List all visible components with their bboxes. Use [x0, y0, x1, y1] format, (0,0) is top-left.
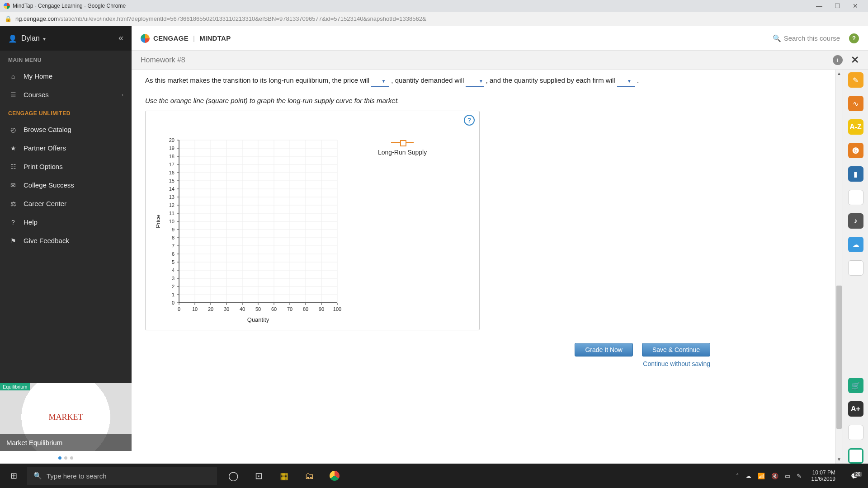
close-assignment-button[interactable]: ✕	[851, 54, 859, 66]
google-drive-icon[interactable]: △	[848, 260, 863, 276]
print-icon: ☷	[8, 163, 18, 170]
start-button[interactable]: ⊞	[0, 471, 27, 481]
cortana-icon[interactable]: ◯	[222, 464, 245, 488]
dropdown-quantity-supplied[interactable]	[617, 74, 635, 87]
sidebar-item-label: Courses	[24, 91, 49, 99]
svg-text:19: 19	[169, 145, 175, 151]
graph-legend[interactable]: Long-Run Supply	[378, 140, 427, 156]
svg-text:14: 14	[169, 186, 175, 192]
list-icon[interactable]: ≡	[848, 425, 863, 440]
chrome-addressbar[interactable]: 🔒 ng.cengage.com/static/nb/ui/evo/index.…	[0, 12, 868, 26]
sidebar-user[interactable]: 👤 Dylan «	[0, 26, 132, 51]
sidebar-username: Dylan	[21, 34, 46, 42]
window-minimize[interactable]: —	[810, 2, 828, 9]
course-search[interactable]: 🔍 Search this course	[773, 34, 840, 42]
sidebar-collapse-icon[interactable]: «	[118, 33, 123, 43]
tray-input-icon[interactable]: ✎	[797, 473, 802, 479]
graph-help-button[interactable]: ?	[464, 115, 475, 126]
info-button[interactable]: i	[833, 55, 843, 65]
sidebar-item-help[interactable]: ?Help	[0, 213, 132, 231]
sidebar-item-label: Help	[24, 218, 38, 226]
content-scrollbar[interactable]: ▲ ▼	[835, 70, 843, 464]
continue-without-saving-link[interactable]: Continue without saving	[643, 360, 710, 367]
sidebar-item-partner-offers[interactable]: ★Partner Offers	[0, 139, 132, 157]
rss-icon[interactable]: ∿	[848, 96, 863, 111]
save-continue-button[interactable]: Save & Continue	[642, 343, 710, 357]
lock-icon: 🔒	[5, 15, 12, 22]
svg-text:3: 3	[172, 276, 175, 281]
taskbar-search[interactable]: 🔍 Type here to search	[27, 467, 217, 485]
window-maximize[interactable]: ☐	[828, 2, 846, 9]
cloud-icon[interactable]: ☁	[848, 237, 863, 252]
sidebar-item-label: Give Feedback	[24, 237, 69, 244]
chrome-titlebar: MindTap - Cengage Learning - Google Chro…	[0, 0, 868, 12]
help-icon: ?	[8, 219, 18, 226]
tray-battery-icon[interactable]: ▭	[785, 473, 790, 479]
star-icon: ★	[8, 145, 18, 152]
file-explorer-icon[interactable]: 🗂	[297, 464, 321, 488]
grade-icon[interactable]: A+	[848, 401, 863, 417]
assignment-content: As this market makes the transition to i…	[132, 70, 835, 464]
grade-it-now-button[interactable]: Grade It Now	[575, 343, 632, 357]
tray-volume-icon[interactable]: 🔇	[771, 473, 778, 479]
progress-ring-icon[interactable]	[848, 448, 863, 464]
catalog-icon: ◴	[8, 126, 18, 133]
right-toolbar: ✎ ∿ A-Z ➏ ▮ ✎ ♪ ☁ △ 🛒 A+ ≡	[843, 70, 868, 464]
tray-chevron-icon[interactable]: ˄	[736, 473, 739, 479]
dropdown-quantity-demanded[interactable]	[466, 74, 484, 87]
sidebar-item-career-center[interactable]: ⚖Career Center	[0, 194, 132, 213]
sidebar-item-college-success[interactable]: ✉College Success	[0, 176, 132, 194]
windows-taskbar: ⊞ 🔍 Type here to search ◯ ⊡ ▦ 🗂 ˄ ☁ 📶 🔇 …	[0, 464, 868, 488]
sidebar-promo[interactable]: Equilibrium MARKET Market Equilibrium	[0, 383, 132, 451]
grad-cap-icon: ✉	[8, 182, 18, 189]
chrome-taskbar-icon[interactable]	[323, 464, 346, 488]
tray-wifi-icon[interactable]: 📶	[758, 473, 765, 479]
audio-icon[interactable]: ♪	[848, 213, 863, 229]
window-close[interactable]: ✕	[846, 2, 864, 9]
notes-icon[interactable]: ✎	[848, 190, 863, 205]
sidebar-item-courses[interactable]: ☰ Courses ›	[0, 85, 132, 104]
taskbar-app-1[interactable]: ▦	[272, 464, 296, 488]
svg-text:18: 18	[169, 154, 175, 159]
scroll-down-arrow-icon[interactable]: ▼	[835, 455, 843, 464]
svg-text:2: 2	[172, 284, 175, 289]
sidebar-item-give-feedback[interactable]: ⚑Give Feedback	[0, 231, 132, 250]
study-tool-icon[interactable]: ➏	[848, 143, 863, 158]
svg-text:20: 20	[169, 137, 175, 143]
question-sentence: As this market makes the transition to i…	[145, 74, 821, 87]
highlighter-tool-icon[interactable]: ✎	[848, 72, 863, 88]
svg-text:4: 4	[172, 267, 175, 273]
sidebar-item-browse-catalog[interactable]: ◴Browse Catalog	[0, 120, 132, 139]
assignment-title: Homework #8	[141, 56, 185, 64]
sidebar-item-label: Print Options	[24, 163, 63, 170]
cart-icon[interactable]: 🛒	[848, 378, 863, 393]
search-icon: 🔍	[773, 34, 781, 42]
ebook-icon[interactable]: ▮	[848, 166, 863, 182]
tray-onedrive-icon[interactable]: ☁	[745, 473, 751, 479]
legend-label: Long-Run Supply	[378, 149, 427, 156]
sidebar-item-home[interactable]: ⌂ My Home	[0, 67, 132, 85]
window-title: MindTap - Cengage Learning - Google Chro…	[13, 3, 126, 9]
glossary-icon[interactable]: A-Z	[848, 119, 863, 135]
briefcase-icon: ⚖	[8, 200, 18, 207]
sidebar-item-label: Browse Catalog	[24, 126, 71, 133]
header-help-button[interactable]: ?	[849, 33, 859, 43]
taskbar-clock[interactable]: 10:07 PM 11/6/2019	[808, 469, 839, 483]
sidebar-section-unlimited: CENGAGE UNLIMITED	[0, 104, 132, 120]
svg-text:0: 0	[172, 300, 175, 305]
chrome-favicon	[4, 3, 10, 9]
assignment-titlebar: Homework #8 i ✕	[132, 51, 868, 70]
graph-plot[interactable]: 0102030405060708090100012345678910111213…	[152, 136, 346, 321]
svg-text:50: 50	[255, 306, 261, 312]
svg-text:10: 10	[192, 306, 198, 312]
scroll-up-arrow-icon[interactable]: ▲	[835, 70, 843, 78]
sidebar-item-print-options[interactable]: ☷Print Options	[0, 157, 132, 176]
legend-marker-icon	[391, 140, 414, 145]
task-view-icon[interactable]: ⊡	[247, 464, 270, 488]
dropdown-price[interactable]	[371, 74, 389, 87]
scroll-thumb[interactable]	[836, 286, 842, 429]
sidebar-item-label: Career Center	[24, 200, 66, 207]
svg-text:60: 60	[271, 306, 277, 312]
promo-pagination[interactable]	[0, 451, 132, 464]
action-center-icon[interactable]: 💬26	[845, 473, 863, 479]
